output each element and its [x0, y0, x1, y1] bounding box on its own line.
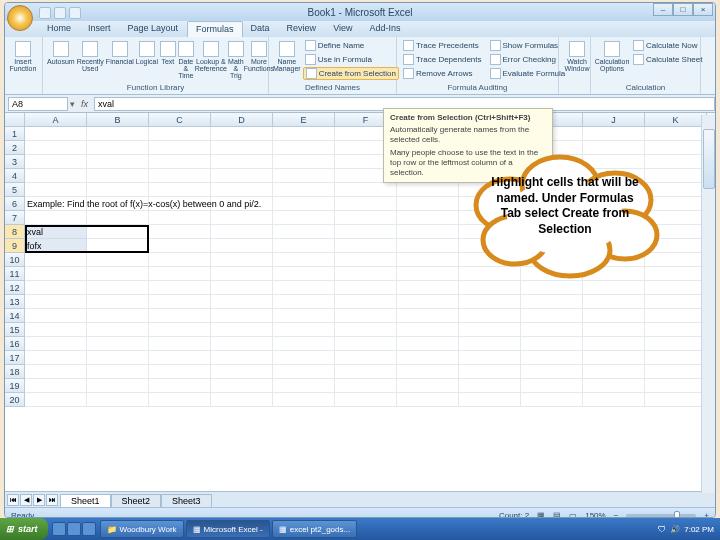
- cell[interactable]: [87, 127, 149, 141]
- tab-review[interactable]: Review: [279, 21, 326, 37]
- cell[interactable]: [397, 225, 459, 239]
- financial-button[interactable]: Financial: [106, 39, 134, 79]
- cell[interactable]: [397, 295, 459, 309]
- tab-view[interactable]: View: [325, 21, 361, 37]
- zoom-thumb[interactable]: [674, 511, 680, 519]
- cell[interactable]: [273, 155, 335, 169]
- cell[interactable]: [335, 309, 397, 323]
- cell-a6[interactable]: Example: Find the root of f(x)=x-cos(x) …: [27, 197, 261, 211]
- close-button[interactable]: ×: [693, 3, 713, 16]
- row-header[interactable]: 19: [5, 379, 25, 393]
- cell[interactable]: [397, 379, 459, 393]
- tab-formulas[interactable]: Formulas: [187, 21, 243, 37]
- cell[interactable]: [273, 141, 335, 155]
- cell[interactable]: [645, 379, 707, 393]
- cell[interactable]: [459, 379, 521, 393]
- use-in-formula-button[interactable]: Use in Formula: [303, 53, 399, 66]
- cell[interactable]: [335, 281, 397, 295]
- cell[interactable]: [459, 281, 521, 295]
- sheet-tab-3[interactable]: Sheet3: [161, 494, 212, 507]
- cell[interactable]: [87, 141, 149, 155]
- cell[interactable]: [521, 351, 583, 365]
- cell[interactable]: [87, 183, 149, 197]
- cell[interactable]: [149, 323, 211, 337]
- qat-save-icon[interactable]: [39, 7, 51, 19]
- cell[interactable]: [211, 169, 273, 183]
- cell[interactable]: [335, 323, 397, 337]
- row-header[interactable]: 20: [5, 393, 25, 407]
- zoom-in-button[interactable]: +: [704, 511, 709, 518]
- cell[interactable]: [335, 337, 397, 351]
- cell[interactable]: [335, 267, 397, 281]
- col-header-e[interactable]: E: [273, 113, 335, 126]
- cell[interactable]: [397, 183, 459, 197]
- cell[interactable]: [273, 127, 335, 141]
- row-header[interactable]: 18: [5, 365, 25, 379]
- cell[interactable]: [211, 337, 273, 351]
- cell[interactable]: [25, 253, 87, 267]
- cell[interactable]: [25, 155, 87, 169]
- cell[interactable]: [273, 337, 335, 351]
- cell[interactable]: [149, 393, 211, 407]
- zoom-out-button[interactable]: −: [614, 511, 619, 518]
- cell[interactable]: [149, 239, 211, 253]
- cell[interactable]: [645, 323, 707, 337]
- clock[interactable]: 7:02 PM: [684, 525, 714, 534]
- vertical-scrollbar[interactable]: [701, 115, 715, 493]
- first-sheet-button[interactable]: ⏮: [7, 494, 19, 506]
- cell[interactable]: [273, 239, 335, 253]
- cell[interactable]: [335, 295, 397, 309]
- evaluate-formula-button[interactable]: Evaluate Formula: [488, 67, 568, 80]
- show-formulas-button[interactable]: Show Formulas: [488, 39, 568, 52]
- trace-precedents-button[interactable]: Trace Precedents: [401, 39, 484, 52]
- prev-sheet-button[interactable]: ◀: [20, 494, 32, 506]
- cell[interactable]: [583, 393, 645, 407]
- row-header[interactable]: 6: [5, 197, 25, 211]
- cell[interactable]: [335, 225, 397, 239]
- cell[interactable]: [335, 197, 397, 211]
- cell[interactable]: [397, 253, 459, 267]
- cell-a8[interactable]: xval: [27, 225, 43, 239]
- scrollbar-thumb[interactable]: [703, 129, 715, 189]
- cell[interactable]: [273, 169, 335, 183]
- cell[interactable]: [211, 183, 273, 197]
- zoom-level[interactable]: 150%: [585, 511, 605, 518]
- cell[interactable]: [273, 295, 335, 309]
- cell[interactable]: [87, 365, 149, 379]
- cell[interactable]: [335, 351, 397, 365]
- taskbar-item[interactable]: 📁Woodbury Work: [100, 520, 184, 538]
- cell[interactable]: [87, 323, 149, 337]
- qat-undo-icon[interactable]: [54, 7, 66, 19]
- cell[interactable]: [211, 127, 273, 141]
- name-box[interactable]: A8: [8, 97, 68, 111]
- cell[interactable]: [459, 323, 521, 337]
- cell[interactable]: [211, 351, 273, 365]
- cell[interactable]: [25, 337, 87, 351]
- cell[interactable]: [87, 309, 149, 323]
- cell[interactable]: [149, 295, 211, 309]
- col-header-b[interactable]: B: [87, 113, 149, 126]
- cell[interactable]: [273, 225, 335, 239]
- cell[interactable]: [583, 351, 645, 365]
- fx-dropdown-icon[interactable]: ▾: [70, 99, 75, 109]
- tab-insert[interactable]: Insert: [80, 21, 120, 37]
- name-manager-button[interactable]: Name Manager: [273, 39, 301, 79]
- cell[interactable]: [335, 253, 397, 267]
- cell[interactable]: [149, 309, 211, 323]
- cell[interactable]: [211, 239, 273, 253]
- cell[interactable]: [397, 211, 459, 225]
- cell[interactable]: [397, 337, 459, 351]
- minimize-button[interactable]: –: [653, 3, 673, 16]
- sheet-tab-1[interactable]: Sheet1: [60, 494, 111, 507]
- cell[interactable]: [521, 379, 583, 393]
- cell[interactable]: [645, 365, 707, 379]
- cell[interactable]: [397, 323, 459, 337]
- next-sheet-button[interactable]: ▶: [33, 494, 45, 506]
- cell[interactable]: [87, 211, 149, 225]
- office-button[interactable]: [7, 5, 33, 31]
- cell[interactable]: [583, 309, 645, 323]
- row-header[interactable]: 16: [5, 337, 25, 351]
- row-header[interactable]: 11: [5, 267, 25, 281]
- cell[interactable]: [87, 295, 149, 309]
- cell[interactable]: [273, 267, 335, 281]
